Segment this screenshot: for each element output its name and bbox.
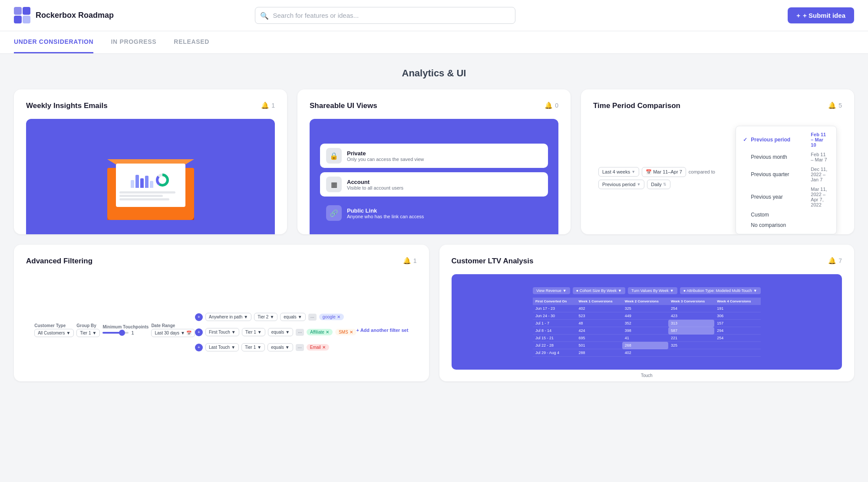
- header: Rockerbox Roadmap 🔍 + + Submit idea: [0, 0, 868, 31]
- ltv-col-w2: Week 2 Conversions: [622, 298, 668, 305]
- op-select-3[interactable]: equals▼: [267, 343, 293, 351]
- attribution-type-btn[interactable]: ● Attribution Type: Modeled Multi-Touch▼: [680, 287, 761, 294]
- bar2: [135, 175, 139, 188]
- tier-select-3[interactable]: Tier 1▼: [241, 343, 265, 351]
- email-illustration: [99, 133, 203, 220]
- filter-tag-remove-sms[interactable]: ✕: [350, 330, 353, 334]
- vote-icon-shareable: 🔔: [545, 102, 553, 109]
- tab-in-progress[interactable]: IN PROGRESS: [111, 31, 156, 53]
- share-option-public-link[interactable]: 🔗 Public Link Anyone who has the link ca…: [320, 201, 548, 225]
- filter-more-1[interactable]: ···: [308, 314, 317, 321]
- tp-option-no-comparison[interactable]: ✓ No comparison: [736, 220, 836, 230]
- envelope: [107, 159, 194, 220]
- filter-tag-sms[interactable]: SMS ✕: [335, 329, 356, 335]
- card-weekly-insights-header: Weekly Insights Emails 🔔 1: [26, 102, 275, 110]
- filter-tag-email[interactable]: Email ✕: [307, 344, 329, 351]
- card-customer-ltv-votes[interactable]: 🔔 7: [828, 257, 842, 265]
- filter-more-2[interactable]: ···: [296, 329, 304, 336]
- bottom-cards-grid: Advanced Filtering 🔔 1 Customer Type All…: [14, 245, 854, 381]
- comparison-select[interactable]: Previous period ▼: [598, 180, 644, 189]
- card-weekly-insights: Weekly Insights Emails 🔔 1: [14, 89, 287, 234]
- email-chart-bars: [131, 171, 170, 188]
- tab-under-consideration[interactable]: UNDER CONSIDERATION: [14, 31, 93, 53]
- filter-tag-remove[interactable]: ✕: [337, 315, 340, 319]
- op-select-2[interactable]: equals▼: [268, 328, 293, 336]
- path-select-3[interactable]: Last Touch▼: [205, 343, 239, 351]
- bar1: [131, 180, 134, 188]
- check-icon: ✓: [743, 137, 747, 143]
- path-select-2[interactable]: First Touch▼: [205, 328, 239, 336]
- svg-rect-0: [14, 7, 22, 15]
- cohort-size-btn[interactable]: ● Cohort Size By Week▼: [573, 287, 625, 294]
- period-select[interactable]: Last 4 weeks ▼: [598, 167, 639, 177]
- search-icon: 🔍: [260, 11, 269, 20]
- date-range-filter-select[interactable]: Last 30 days ▼ 📅: [151, 329, 195, 337]
- tp-option-previous-month[interactable]: ✓ Previous month Feb 11 – Mar 7: [736, 150, 836, 164]
- share-link-icon: 🔗: [326, 205, 342, 221]
- tp-option-previous-period[interactable]: ✓ Previous period Feb 11 – Mar 10: [736, 130, 836, 150]
- share-account-icon: ▦: [326, 177, 342, 192]
- card-advanced-filtering: Advanced Filtering 🔔 1 Customer Type All…: [14, 245, 429, 381]
- op-select-1[interactable]: equals▼: [280, 313, 305, 321]
- vote-icon: 🔔: [261, 102, 269, 109]
- ltv-row-3: Jul 1 - 7 48 352 313 157: [533, 320, 761, 327]
- weekly-insights-preview: [26, 119, 275, 234]
- tp-option-previous-quarter[interactable]: ✓ Previous quarter Dec 11, 2022 – Jan 7: [736, 164, 836, 184]
- tier-select-1[interactable]: Tier 2▼: [254, 313, 277, 321]
- min-touch-slider[interactable]: [102, 332, 129, 334]
- add-filter-set-link[interactable]: + Add another filter set: [356, 328, 409, 333]
- ltv-preview: View Revenue▼ ● Cohort Size By Week▼ Tur…: [452, 274, 842, 370]
- ltv-row-7: Jul 29 - Aug 4 288 402: [533, 349, 761, 357]
- share-private-icon: 🔒: [326, 148, 342, 164]
- card-shareable-ui-votes[interactable]: 🔔 0: [545, 102, 558, 109]
- logo-icon: [14, 7, 31, 24]
- filter-tag-remove-email[interactable]: ✕: [322, 345, 326, 350]
- tier-select-2[interactable]: Tier 1▼: [242, 328, 265, 336]
- tp-option-previous-year[interactable]: ✓ Previous year Mar 11, 2022 – Apr 7, 20…: [736, 184, 836, 210]
- ltv-table-head: First Converted On Week 1 Conversions We…: [533, 298, 761, 305]
- turn-values-btn[interactable]: Turn Values By Week▼: [628, 287, 677, 294]
- filter-more-3[interactable]: ···: [296, 344, 304, 351]
- path-select-1[interactable]: Anywhere in path▼: [205, 313, 251, 321]
- top-cards-grid: Weekly Insights Emails 🔔 1: [14, 89, 854, 234]
- bar5: [150, 181, 153, 188]
- ltv-row-5: Jul 15 - 21 695 41 221 254: [533, 334, 761, 342]
- share-option-private[interactable]: 🔒 Private Only you can access the saved …: [320, 144, 548, 168]
- share-option-account[interactable]: ▦ Account Visible to all account users: [320, 172, 548, 197]
- filter-tag-remove-affiliate[interactable]: ✕: [326, 330, 329, 334]
- comparison-arrow: ▼: [637, 182, 640, 187]
- ltv-table-body: Jun 17 - 23 402 325 254 191 Jun 24 - 30 …: [533, 305, 761, 357]
- ltv-col-w1: Week 1 Conversions: [576, 298, 622, 305]
- tab-released[interactable]: RELEASED: [174, 31, 209, 53]
- card-shareable-ui-title: Shareable UI Views: [310, 102, 377, 110]
- customer-type-select[interactable]: All Customers ▼: [34, 329, 74, 337]
- svg-rect-3: [23, 16, 30, 23]
- vote-icon-filtering: 🔔: [403, 257, 411, 265]
- main-content: Analytics & UI Weekly Insights Emails 🔔 …: [0, 54, 868, 402]
- filter-add-icon-2[interactable]: +: [195, 328, 203, 336]
- filter-add-icon-3[interactable]: +: [195, 344, 203, 351]
- filter-tag-affiliate[interactable]: Affiliate ✕: [307, 329, 333, 335]
- filter-tag-google[interactable]: google ✕: [319, 314, 344, 320]
- tp-option-custom[interactable]: ✓ Custom: [736, 210, 836, 220]
- submit-plus-icon: +: [796, 12, 800, 19]
- svg-rect-2: [14, 16, 22, 23]
- card-customer-ltv-header: Customer LTV Analysis 🔔 7: [452, 257, 842, 266]
- vote-icon-ltv: 🔔: [828, 257, 836, 265]
- group-by-select[interactable]: Tier 1 ▼: [76, 329, 100, 337]
- view-revenue-btn[interactable]: View Revenue▼: [533, 287, 570, 294]
- shareable-options-list: 🔒 Private Only you can access the saved …: [310, 133, 558, 220]
- date-range-select[interactable]: 📅 Mar 11–Apr 7: [642, 167, 686, 177]
- search-input[interactable]: [255, 7, 515, 24]
- filter-add-icon-1[interactable]: +: [195, 313, 203, 321]
- slider-thumb: [119, 330, 125, 336]
- ltv-table: First Converted On Week 1 Conversions We…: [533, 298, 761, 357]
- card-time-period-votes[interactable]: 🔔 5: [828, 102, 842, 109]
- filter-row-3: + Last Touch▼ Tier 1▼ equals▼ ··· Email: [195, 343, 356, 351]
- ltv-table-header-row: First Converted On Week 1 Conversions We…: [533, 298, 761, 305]
- bar4: [145, 176, 149, 188]
- granularity-select[interactable]: Daily ⇅: [647, 180, 670, 189]
- submit-idea-button[interactable]: + + Submit idea: [788, 7, 854, 23]
- card-weekly-insights-votes[interactable]: 🔔 1: [261, 102, 275, 109]
- card-advanced-filtering-votes[interactable]: 🔔 1: [403, 257, 417, 265]
